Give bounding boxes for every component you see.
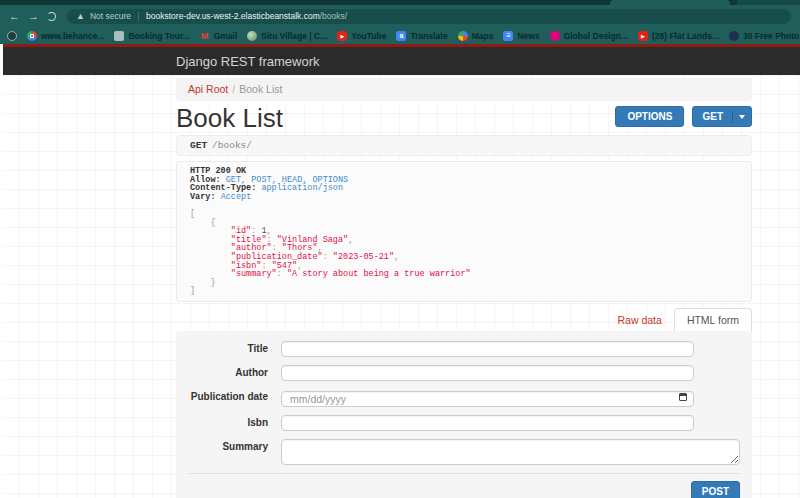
design-icon (550, 31, 560, 41)
action-buttons: OPTIONS GET (615, 106, 752, 127)
form-row-summary: Summary (188, 439, 740, 465)
isbn-label: Isbn (188, 415, 268, 431)
bookmark-item[interactable]: Gmail (200, 31, 238, 41)
calendar-icon[interactable] (679, 393, 687, 401)
tab-raw-data[interactable]: Raw data (606, 309, 674, 331)
translate-icon (396, 31, 406, 41)
bookmark-label: 30 Free Photo... (743, 31, 800, 41)
bookmark-item[interactable]: Global Design... (550, 31, 628, 41)
bookmark-item[interactable]: Situ Village | C... (247, 31, 327, 41)
breadcrumb-separator: / (232, 83, 235, 95)
page-title: Book List (176, 103, 283, 133)
request-method: GET (190, 140, 207, 151)
chrome-icon (27, 31, 37, 41)
breadcrumb-api-root-link[interactable]: Api Root (188, 83, 228, 95)
html-form-panel: Title Author Publication date Isbn Summa… (176, 331, 752, 498)
address-bar[interactable]: ▲ Not secure bookstore-dev.us-west-2.ela… (67, 9, 791, 24)
response-body: HTTP 200 OK Allow: GET, POST, HEAD, OPTI… (176, 161, 752, 302)
brand-link[interactable]: Django REST framework (176, 54, 320, 69)
news-icon (503, 31, 513, 41)
photo-icon (729, 31, 739, 41)
bookmark-label: YouTube (351, 31, 386, 41)
bookmark-label: News (517, 31, 539, 41)
bookmark-label: Maps (472, 31, 494, 41)
bookmarks-bar: www.behance...Booking Tour...GmailSitu V… (0, 27, 800, 44)
bookmark-label: (28) Flat Lands... (652, 31, 719, 41)
bookmark-item[interactable]: YouTube (337, 31, 386, 41)
back-icon[interactable]: ← (9, 11, 20, 22)
maps-icon (458, 31, 468, 41)
request-path: /books/ (212, 140, 252, 151)
bookmark-item[interactable]: Maps (458, 31, 494, 41)
title-label: Title (188, 341, 268, 357)
title-input[interactable] (281, 341, 694, 357)
get-button-label: GET (693, 107, 732, 126)
summary-label: Summary (188, 439, 268, 465)
bookmark-item[interactable]: News (503, 31, 539, 41)
publication-date-label: Publication date (188, 389, 268, 407)
form-row-author: Author (188, 365, 740, 381)
content-container: Api Root/Book List Book List OPTIONS GET… (176, 78, 752, 498)
tab-html-form[interactable]: HTML form (674, 308, 752, 331)
get-dropdown-toggle[interactable] (732, 111, 751, 123)
generic-icon (114, 31, 124, 41)
security-label: Not secure (90, 11, 131, 21)
bookmark-item[interactable] (7, 31, 17, 41)
bookmark-label: Booking Tour... (128, 31, 189, 41)
author-input[interactable] (281, 365, 694, 381)
form-row-publication-date: Publication date (188, 389, 740, 407)
gmail-icon (200, 31, 210, 41)
breadcrumb: Api Root/Book List (176, 78, 752, 101)
form-actions: POST (188, 473, 740, 498)
not-secure-warning-icon[interactable]: ▲ (76, 12, 85, 21)
url-divider (138, 12, 139, 21)
date-input-wrap (281, 389, 694, 407)
form-row-title: Title (188, 341, 740, 357)
options-button[interactable]: OPTIONS (615, 106, 684, 127)
bookmark-label: Global Design... (564, 31, 628, 41)
bookmark-label: Gmail (214, 31, 238, 41)
drf-navbar: Django REST framework (0, 47, 800, 75)
youtube-icon (638, 31, 648, 41)
window-left-edge (0, 44, 3, 498)
youtube-icon (337, 31, 347, 41)
globe-icon (7, 31, 17, 41)
form-row-isbn: Isbn (188, 415, 740, 431)
site-icon (247, 31, 257, 41)
reload-icon[interactable] (47, 12, 56, 21)
bookmark-label: www.behance... (41, 31, 104, 41)
inactive-tab[interactable] (737, 0, 800, 5)
request-line-panel: GET/books/ (176, 135, 752, 156)
forward-icon[interactable]: → (28, 11, 39, 22)
url-domain: bookstore-dev.us-west-2.elasticbeanstalk… (146, 11, 320, 21)
chevron-down-icon (739, 115, 745, 119)
publication-date-input[interactable] (281, 391, 694, 407)
bookmark-item[interactable]: (28) Flat Lands... (638, 31, 719, 41)
isbn-input[interactable] (281, 415, 694, 431)
page-background: Api Root/Book List Book List OPTIONS GET… (0, 75, 800, 498)
format-tabs: Raw data HTML form (176, 308, 752, 331)
title-row: Book List OPTIONS GET (176, 103, 752, 133)
bookmark-item[interactable]: www.behance... (27, 31, 104, 41)
bookmark-item[interactable]: 30 Free Photo... (729, 31, 800, 41)
post-button[interactable]: POST (691, 481, 740, 498)
bookmark-label: Translate (410, 31, 447, 41)
url-path: /books/ (320, 11, 347, 21)
breadcrumb-current: Book List (239, 83, 282, 95)
author-label: Author (188, 365, 268, 381)
url-text[interactable]: bookstore-dev.us-west-2.elasticbeanstalk… (146, 11, 347, 21)
browser-tab-strip (0, 0, 800, 5)
bookmark-label: Situ Village | C... (261, 31, 327, 41)
bookmark-item[interactable]: Translate (396, 31, 447, 41)
summary-textarea[interactable] (281, 439, 740, 465)
get-button[interactable]: GET (692, 106, 752, 127)
active-tab[interactable] (610, 0, 730, 5)
bookmark-item[interactable]: Booking Tour... (114, 31, 189, 41)
browser-toolbar: ← → ▲ Not secure bookstore-dev.us-west-2… (0, 5, 800, 27)
